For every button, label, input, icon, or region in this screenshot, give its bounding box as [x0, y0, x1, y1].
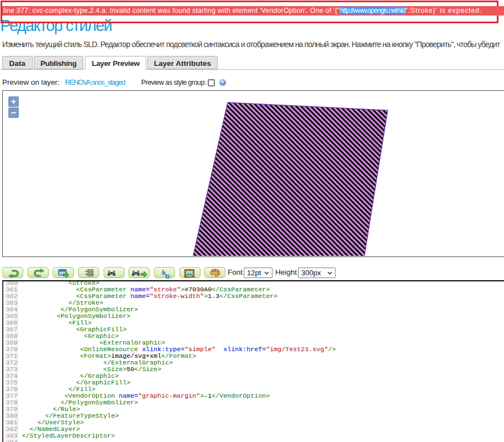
svg-text:a: a: [166, 271, 170, 279]
svg-text:b: b: [162, 268, 166, 276]
svg-text:?: ?: [221, 80, 224, 85]
